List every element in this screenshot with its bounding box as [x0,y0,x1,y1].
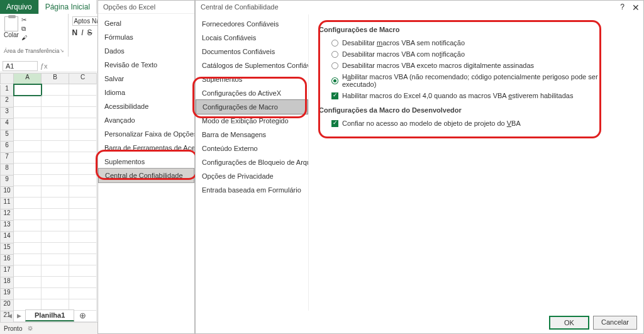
worksheet-grid[interactable]: A B C 1234567891011121314151617181920212… [0,73,97,311]
trust-nav-item[interactable]: Barra de Mensagens [196,128,308,142]
close-icon[interactable]: ✕ [632,3,640,13]
trust-nav-item[interactable]: Configurações do ActiveX [196,86,308,100]
trust-vba-model-check[interactable]: Confiar no acesso ao modelo de objeto de… [319,118,633,129]
cell[interactable] [14,265,42,277]
cell[interactable] [69,209,97,220]
help-icon[interactable]: ? [620,3,625,11]
cell[interactable] [14,243,42,254]
options-nav-item[interactable]: Barra de Ferramentas de Acesso Rápido [98,141,194,155]
column-header[interactable]: A [14,73,42,84]
ok-button[interactable]: OK [549,316,589,330]
cell[interactable] [42,130,69,141]
cell[interactable] [14,209,42,220]
cell[interactable] [69,96,97,107]
cell[interactable] [14,141,42,152]
cell[interactable] [42,84,69,96]
enable-excel4-macros-check[interactable]: Habilitar macros do Excel 4,0 quando as … [319,90,633,101]
trust-nav-item[interactable]: Documentos Confiáveis [196,45,308,58]
options-nav-item[interactable]: Central de Confiabilidade [98,168,194,183]
row-header[interactable]: 15 [0,243,14,255]
options-nav-item[interactable]: Personalizar Faixa de Opções [98,127,194,141]
cell[interactable] [42,175,69,186]
options-nav-item[interactable]: Acessibilidade [98,99,194,113]
cell[interactable] [14,231,42,243]
row-header[interactable]: 19 [0,289,14,300]
macro-radio-option[interactable]: Habilitar macros VBA (não recomendado; c… [319,71,633,90]
cell[interactable] [69,288,97,299]
paste-button[interactable]: Colar [4,16,19,42]
cell[interactable] [69,243,97,254]
fx-icon[interactable]: ƒx [40,62,48,70]
cell[interactable] [14,198,42,209]
cancel-button[interactable]: Cancelar [593,316,637,330]
cell[interactable] [14,164,42,175]
tab-file[interactable]: Arquivo [0,0,38,14]
row-header[interactable]: 6 [0,142,14,153]
row-header[interactable]: 2 [0,96,14,108]
add-sheet-icon[interactable]: ⊕ [77,311,89,320]
cell[interactable] [69,254,97,265]
format-painter-icon[interactable] [21,34,29,42]
copy-icon[interactable] [21,25,29,33]
macro-radio-option[interactable]: Desabilitar macros VBA exceto macros dig… [319,60,633,71]
trust-nav-item[interactable]: Fornecedores Confiáveis [196,17,308,31]
cell[interactable] [69,220,97,231]
options-nav-item[interactable]: Avançado [98,113,194,127]
cell[interactable] [14,96,42,107]
trust-nav-item[interactable]: Conteúdo Externo [196,142,308,155]
trust-nav-item[interactable]: Modo de Exibição Protegido [196,114,308,128]
cell[interactable] [69,186,97,198]
row-header[interactable]: 9 [0,175,14,187]
cell[interactable] [14,254,42,265]
cell[interactable] [42,220,69,231]
cell[interactable] [42,265,69,277]
options-nav-item[interactable]: Revisão de Texto [98,58,194,72]
trust-nav-item[interactable]: Configurações de Bloqueio de Arquivo [196,155,308,169]
row-header[interactable]: 14 [0,232,14,243]
italic-button[interactable]: I [81,28,83,37]
macro-radio-option[interactable]: Desabilitar macros VBA com notificação [319,48,633,60]
row-header[interactable]: 13 [0,221,14,232]
cell[interactable] [69,107,97,118]
cell[interactable] [14,84,42,96]
column-header[interactable]: C [69,73,97,84]
select-all-corner[interactable] [0,73,14,84]
cell[interactable] [42,118,69,130]
row-header[interactable]: 3 [0,108,14,119]
trust-nav-item[interactable]: Opções de Privacidade [196,169,308,183]
tab-home[interactable]: Página Inicial [38,0,97,14]
options-nav-item[interactable]: Dados [98,44,194,58]
cell[interactable] [69,118,97,130]
cell[interactable] [42,231,69,243]
cell[interactable] [42,96,69,107]
row-header[interactable]: 10 [0,187,14,198]
cell[interactable] [69,141,97,152]
row-header[interactable]: 1 [0,85,14,96]
cell[interactable] [42,209,69,220]
cell[interactable] [42,107,69,118]
row-header[interactable]: 12 [0,209,14,221]
row-header[interactable]: 7 [0,153,14,164]
cell[interactable] [14,152,42,164]
cell[interactable] [69,130,97,141]
sheet-nav-next-icon[interactable]: ▶ [16,313,23,319]
row-header[interactable]: 16 [0,255,14,266]
sheet-nav-prev-icon[interactable]: ◀ [6,313,13,319]
cell[interactable] [42,243,69,254]
options-nav-item[interactable]: Geral [98,16,194,30]
cell[interactable] [42,164,69,175]
row-header[interactable]: 8 [0,164,14,175]
row-header[interactable]: 11 [0,198,14,209]
macro-radio-option[interactable]: Desabilitar macros VBA sem notificação [319,37,633,48]
cell[interactable] [14,130,42,141]
row-header[interactable]: 5 [0,130,14,142]
row-header[interactable]: 18 [0,277,14,289]
row-header[interactable]: 17 [0,266,14,277]
cell[interactable] [69,175,97,186]
column-header[interactable]: B [42,73,69,84]
cell[interactable] [69,265,97,277]
trust-nav-item[interactable]: Locais Confiáveis [196,31,308,45]
cell[interactable] [69,164,97,175]
trust-nav-item[interactable]: Catálogos de Suplementos Confiáveis [196,58,308,72]
cell[interactable] [42,152,69,164]
